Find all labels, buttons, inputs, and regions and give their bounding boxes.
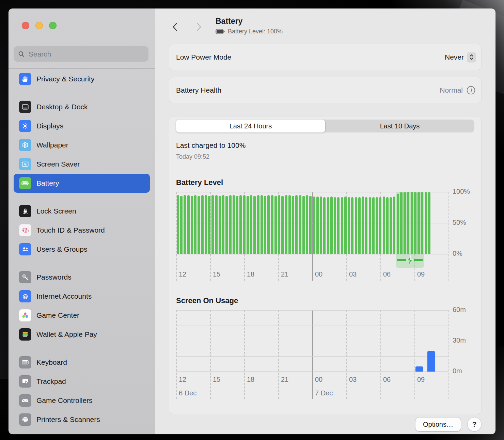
sidebar-item-trackpad[interactable]: Trackpad — [14, 372, 150, 391]
sidebar-item-displays[interactable]: Displays — [14, 116, 150, 136]
battery-level-bar — [211, 195, 214, 254]
info-icon[interactable]: i — [466, 85, 476, 95]
low-power-mode-row: Low Power Mode Never — [169, 44, 481, 70]
footer-actions: Options… ? — [415, 418, 481, 431]
x-axis-tick-label: 03 — [349, 376, 357, 383]
sidebar-item-battery[interactable]: Battery — [14, 174, 150, 193]
gridline-vertical — [448, 192, 449, 281]
battery-level-bar — [383, 197, 385, 254]
x-axis-tick-label: 00 — [315, 270, 322, 278]
battery-level-bar — [414, 192, 416, 254]
battery-level-bar — [295, 195, 298, 254]
battery-level-chart-title: Battery Level — [176, 178, 474, 187]
sidebar-item-wallpaper[interactable]: Wallpaper — [14, 136, 150, 155]
battery-level-bar — [215, 195, 218, 254]
battery-level-chart: 1215182100030609100%50%0% — [176, 192, 474, 286]
sidebar-item-printers-scanners[interactable]: Printers & Scanners — [14, 410, 150, 429]
battery-level-bar — [348, 197, 350, 254]
battery-level-bar — [425, 192, 427, 254]
y-axis-tick-label: 0% — [453, 250, 462, 257]
battery-usage-card: Last 24 HoursLast 10 Days Last charged t… — [169, 116, 481, 414]
sidebar-item-touch-id-password[interactable]: Touch ID & Password — [14, 221, 150, 240]
sidebar-item-privacy-security[interactable]: Privacy & Security — [14, 69, 150, 89]
minimize-button[interactable] — [35, 22, 43, 29]
keyboard-icon — [19, 356, 31, 368]
battery-level-bar — [400, 192, 403, 254]
battery-level-bar — [233, 195, 235, 254]
search-field[interactable] — [14, 46, 148, 62]
battery-level-bar — [198, 196, 200, 254]
battery-level-bar — [404, 192, 406, 254]
internet-accounts-icon: @ — [19, 290, 31, 302]
help-button[interactable]: ? — [468, 418, 481, 431]
battery-health-label: Battery Health — [176, 86, 221, 94]
sidebar-item-label: Game Center — [36, 311, 79, 319]
battery-level-bar — [330, 197, 333, 254]
battery-level-bar — [247, 196, 249, 254]
close-button[interactable] — [22, 22, 29, 29]
gridline-vertical — [414, 310, 415, 399]
sidebar-item-keyboard[interactable]: Keyboard — [14, 353, 150, 372]
sidebar-item-passwords[interactable]: Passwords — [14, 268, 150, 287]
tab-last-24-hours[interactable]: Last 24 Hours — [176, 120, 325, 132]
sidebar-item-users-groups[interactable]: Users & Groups — [14, 240, 150, 259]
x-axis-tick-label: 03 — [349, 270, 357, 278]
battery-level-bar — [365, 197, 367, 254]
sidebar-item-screen-saver[interactable]: Screen Saver — [14, 155, 150, 174]
x-axis-tick-label: 21 — [281, 376, 288, 383]
sidebar-item-wallet-apple-pay[interactable]: Wallet & Apple Pay — [14, 325, 150, 344]
back-button[interactable] — [171, 22, 179, 32]
battery-level-bar — [418, 192, 420, 254]
sidebar-item-game-center[interactable]: Game Center — [14, 306, 150, 325]
sidebar-item-label: Privacy & Security — [36, 75, 94, 83]
x-axis-tick-label: 18 — [247, 270, 254, 278]
battery-level-bar — [267, 195, 270, 254]
gridline-horizontal — [176, 326, 448, 326]
sidebar-item-desktop-dock[interactable]: Desktop & Dock — [14, 97, 150, 116]
zoom-button[interactable] — [49, 22, 57, 29]
sidebar-item-label: Wallet & Apple Pay — [36, 330, 97, 339]
sidebar-item-internet-accounts[interactable]: @Internet Accounts — [14, 287, 150, 306]
x-axis-tick-label: 09 — [417, 376, 425, 383]
window-controls — [22, 22, 57, 29]
low-power-mode-label: Low Power Mode — [176, 53, 231, 61]
forward-button[interactable] — [195, 22, 203, 32]
sidebar-item-label: Keyboard — [36, 358, 67, 366]
battery-level-bar — [376, 197, 378, 254]
x-axis-tick-label: 21 — [281, 270, 288, 278]
battery-level-bar — [253, 196, 256, 254]
battery-level-bar — [236, 196, 238, 254]
divider — [176, 168, 474, 168]
gridline-vertical — [380, 310, 381, 399]
sidebar-item-lock-screen[interactable]: Lock Screen — [14, 202, 150, 221]
battery-level-bar — [225, 196, 228, 254]
battery-level-bar — [355, 197, 357, 254]
x-axis-tick-label: 18 — [247, 376, 254, 383]
gridline-vertical — [244, 310, 245, 399]
x-axis-tick-label: 06 — [383, 376, 391, 383]
x-axis-tick-label: 15 — [213, 376, 220, 383]
touch-id-icon — [19, 224, 31, 236]
sidebar-group: Desktop & DockDisplaysWallpaperScreen Sa… — [9, 97, 155, 193]
sidebar-item-label: Battery — [36, 179, 59, 187]
screen-usage-bar — [427, 351, 435, 372]
sidebar-item-game-controllers[interactable]: Game Controllers — [14, 391, 150, 410]
battery-level-bar — [358, 197, 361, 254]
search-icon — [18, 50, 25, 58]
sidebar-item-label: Lock Screen — [36, 207, 76, 215]
battery-level-bar — [257, 195, 259, 254]
battery-level-bar — [201, 195, 204, 254]
y-axis-tick-label: 50% — [453, 219, 466, 226]
options-button[interactable]: Options… — [415, 418, 461, 431]
gridline-vertical — [312, 310, 313, 399]
search-input[interactable] — [28, 50, 144, 59]
battery-level-bar — [337, 197, 340, 254]
battery-level-bar — [184, 195, 186, 254]
sidebar-item-label: Trackpad — [36, 377, 66, 386]
gridline-vertical — [176, 310, 177, 399]
battery-icon — [19, 177, 31, 189]
low-power-mode-dropdown[interactable] — [467, 52, 476, 62]
battery-level-bar — [187, 195, 190, 254]
tab-last-10-days[interactable]: Last 10 Days — [325, 120, 474, 132]
up-down-chevrons-icon — [469, 54, 474, 60]
